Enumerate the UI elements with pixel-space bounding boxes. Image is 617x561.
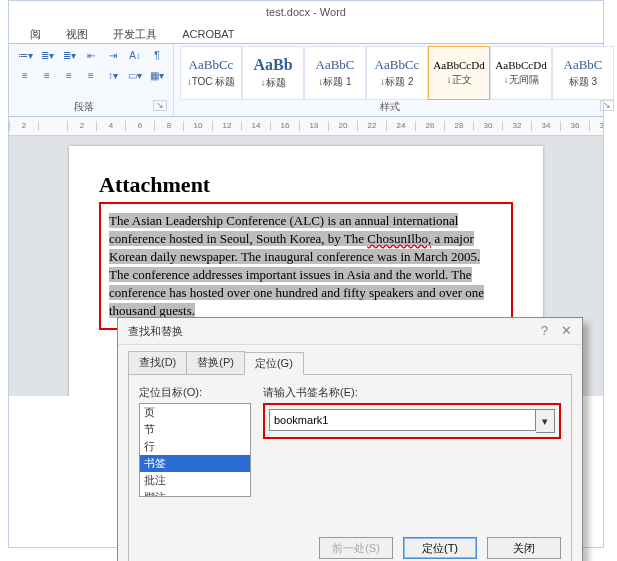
style-name: ↓标题 1 — [318, 75, 351, 89]
tab-goto[interactable]: 定位(G) — [244, 352, 304, 375]
dialog-title: 查找和替换 — [128, 318, 183, 344]
show-marks-icon[interactable]: ¶ — [147, 46, 167, 64]
ribbon-group-styles: AaBbCc ↓TOC 标题 AaBb ↓标题 AaBbC ↓标题 1 AaBb… — [174, 44, 617, 116]
style-name: ↓标题 — [261, 76, 286, 90]
style-name: ↓无间隔 — [504, 73, 539, 87]
tab-devtools[interactable]: 开发工具 — [102, 23, 168, 45]
bookmark-name-input[interactable] — [269, 409, 536, 431]
bookmark-name-label: 请输入书签名称(E): — [263, 385, 561, 400]
multilevel-list-icon[interactable]: ≣▾ — [59, 46, 79, 64]
justify-icon[interactable]: ≡ — [81, 66, 101, 84]
highlight-annotation-box: The Asian Leadership Conference (ALC) is… — [99, 202, 513, 330]
document-title: test.docx - Word — [266, 6, 346, 18]
tab-find[interactable]: 查找(D) — [128, 351, 187, 374]
horizontal-ruler[interactable]: 2 24 68 1012 1416 1820 2224 2628 3032 34… — [9, 117, 603, 136]
list-item-selected[interactable]: 书签 — [140, 455, 250, 472]
borders-icon[interactable]: ▦▾ — [147, 66, 167, 84]
number-list-icon[interactable]: ≣▾ — [37, 46, 57, 64]
increase-indent-icon[interactable]: ⇥ — [103, 46, 123, 64]
close-button[interactable]: 关闭 — [487, 537, 561, 559]
style-preview: AaBbCc — [375, 57, 420, 73]
sort-icon[interactable]: A↓ — [125, 46, 145, 64]
style-preview: AaBbCcDd — [433, 59, 484, 71]
ribbon-tabs: 阅 视图 开发工具 ACROBAT — [9, 23, 603, 44]
style-nospacing[interactable]: AaBbCcDd ↓无间隔 — [490, 46, 552, 100]
close-icon[interactable]: ✕ — [561, 323, 572, 338]
bullet-list-icon[interactable]: ≔▾ — [15, 46, 35, 64]
group-caption-paragraph: 段落 ↘ — [15, 100, 167, 116]
goto-target-label: 定位目标(O): — [139, 385, 249, 400]
tab-replace[interactable]: 替换(P) — [186, 351, 245, 374]
paragraph-icons: ≔▾ ≣▾ ≣▾ ⇤ ⇥ A↓ ¶ ≡ ≡ ≡ ≡ ↕▾ ▭▾ ▦▾ — [15, 46, 167, 84]
word-window: test.docx - Word 阅 视图 开发工具 ACROBAT ≔▾ ≣▾… — [0, 0, 617, 561]
style-preview: AaBb — [253, 56, 292, 74]
tab-review[interactable]: 视图 — [55, 23, 99, 45]
list-item[interactable]: 脚注 — [140, 489, 250, 497]
title-bar: test.docx - Word — [9, 1, 603, 23]
dialog-launcher-icon[interactable]: ↘ — [153, 100, 167, 111]
decrease-indent-icon[interactable]: ⇤ — [81, 46, 101, 64]
style-heading[interactable]: AaBb ↓标题 — [242, 46, 304, 100]
dialog-titlebar[interactable]: 查找和替换 ? ✕ — [118, 318, 582, 345]
dialog-launcher-icon[interactable]: ↘ — [600, 100, 614, 111]
group-caption-styles: 样式 ↘ — [180, 100, 614, 116]
goto-target-list[interactable]: 页 节 行 书签 批注 脚注 — [139, 403, 251, 497]
style-preview: AaBbCcDd — [495, 59, 546, 71]
shading-icon[interactable]: ▭▾ — [125, 66, 145, 84]
ribbon-group-paragraph: ≔▾ ≣▾ ≣▾ ⇤ ⇥ A↓ ¶ ≡ ≡ ≡ ≡ ↕▾ ▭▾ ▦▾ 段落 ↘ — [9, 44, 174, 116]
style-heading-3[interactable]: AaBbC 标题 3 — [552, 46, 614, 100]
dropdown-icon[interactable]: ▾ — [536, 409, 555, 433]
align-center-icon[interactable]: ≡ — [37, 66, 57, 84]
tab-view[interactable]: 阅 — [19, 23, 52, 45]
selected-paragraph[interactable]: The Asian Leadership Conference (ALC) is… — [109, 213, 484, 318]
list-item[interactable]: 批注 — [140, 472, 250, 489]
list-item[interactable]: 页 — [140, 404, 250, 421]
spelling-error: ChosunIlbo, — [367, 231, 431, 246]
style-toc-heading[interactable]: AaBbCc ↓TOC 标题 — [180, 46, 242, 100]
style-name: 标题 3 — [569, 75, 597, 89]
style-preview: AaBbC — [316, 57, 355, 73]
style-heading-1[interactable]: AaBbC ↓标题 1 — [304, 46, 366, 100]
style-name: ↓正文 — [447, 73, 472, 87]
align-right-icon[interactable]: ≡ — [59, 66, 79, 84]
group-label-styles: 样式 — [380, 101, 400, 112]
style-preview: AaBbCc — [189, 57, 234, 73]
ribbon-body: ≔▾ ≣▾ ≣▾ ⇤ ⇥ A↓ ¶ ≡ ≡ ≡ ≡ ↕▾ ▭▾ ▦▾ 段落 ↘ — [9, 44, 603, 117]
dialog-tabs: 查找(D) 替换(P) 定位(G) — [118, 345, 582, 374]
styles-gallery: AaBbCc ↓TOC 标题 AaBb ↓标题 AaBbC ↓标题 1 AaBb… — [180, 46, 614, 100]
align-left-icon[interactable]: ≡ — [15, 66, 35, 84]
help-icon[interactable]: ? — [541, 323, 548, 338]
style-name: ↓标题 2 — [380, 75, 413, 89]
find-replace-dialog: 查找和替换 ? ✕ 查找(D) 替换(P) 定位(G) 定位目标(O): 页 节… — [117, 317, 583, 561]
doc-heading: Attachment — [99, 172, 513, 198]
list-item[interactable]: 节 — [140, 421, 250, 438]
ruler-marks: 2 24 68 1012 1416 1820 2224 2628 3032 34… — [9, 117, 603, 131]
style-normal[interactable]: AaBbCcDd ↓正文 — [428, 46, 490, 100]
line-spacing-icon[interactable]: ↕▾ — [103, 66, 123, 84]
app-frame: test.docx - Word 阅 视图 开发工具 ACROBAT ≔▾ ≣▾… — [8, 0, 604, 548]
group-label-paragraph: 段落 — [74, 101, 94, 112]
dialog-body: 定位目标(O): 页 节 行 书签 批注 脚注 请输入书签名称(E): ▾ — [128, 374, 572, 561]
style-name: ↓TOC 标题 — [187, 75, 236, 89]
style-heading-2[interactable]: AaBbCc ↓标题 2 — [366, 46, 428, 100]
list-item[interactable]: 行 — [140, 438, 250, 455]
goto-button[interactable]: 定位(T) — [403, 537, 477, 559]
previous-button: 前一处(S) — [319, 537, 393, 559]
tab-acrobat[interactable]: ACROBAT — [171, 24, 245, 43]
style-preview: AaBbC — [564, 57, 603, 73]
dialog-buttons: 前一处(S) 定位(T) 关闭 — [139, 537, 561, 559]
highlight-annotation-box: ▾ — [263, 403, 561, 439]
